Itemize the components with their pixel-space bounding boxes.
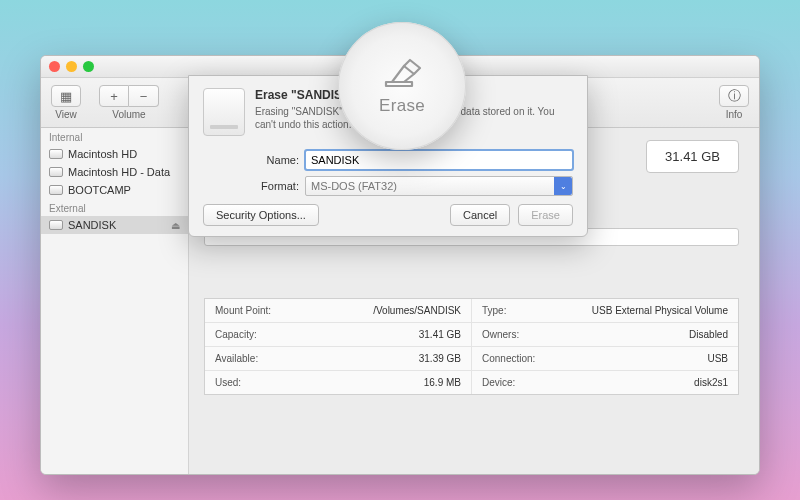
format-label: Format: (255, 180, 299, 192)
info-group: ⓘ Info (719, 85, 749, 120)
sidebar-item-macintosh-hd-data[interactable]: Macintosh HD - Data (41, 163, 188, 181)
table-row: Capacity:31.41 GBOwners:Disabled (205, 323, 738, 347)
callout-label: Erase (379, 96, 425, 116)
disk-icon (49, 185, 63, 195)
sidebar-item-label: SANDISK (68, 219, 116, 231)
sidebar-item-label: Macintosh HD (68, 148, 137, 160)
sidebar-item-macintosh-hd[interactable]: Macintosh HD (41, 145, 188, 163)
eject-icon[interactable]: ⏏ (171, 220, 180, 231)
info-label: Info (726, 109, 743, 120)
info-button[interactable]: ⓘ (719, 85, 749, 107)
table-row: Available:31.39 GBConnection:USB (205, 347, 738, 371)
zoom-icon[interactable] (83, 61, 94, 72)
table-row: Mount Point:/Volumes/SANDISKType:USB Ext… (205, 299, 738, 323)
security-options-button[interactable]: Security Options... (203, 204, 319, 226)
sidebar-item-bootcamp[interactable]: BOOTCAMP (41, 181, 188, 199)
sidebar-header-external: External (41, 199, 188, 216)
format-select[interactable]: MS-DOS (FAT32) ⌄ (305, 176, 573, 196)
erase-confirm-button[interactable]: Erase (518, 204, 573, 226)
volume-add-button[interactable]: + (99, 85, 129, 107)
sidebar-item-label: Macintosh HD - Data (68, 166, 170, 178)
volume-remove-button[interactable]: − (129, 85, 159, 107)
drive-icon (203, 88, 245, 136)
format-value: MS-DOS (FAT32) (311, 180, 397, 192)
disk-icon (49, 149, 63, 159)
erase-callout: Erase (338, 22, 466, 150)
sidebar-item-label: BOOTCAMP (68, 184, 131, 196)
sidebar-header-internal: Internal (41, 128, 188, 145)
view-label: View (55, 109, 77, 120)
sidebar-item-sandisk[interactable]: SANDISK⏏ (41, 216, 188, 234)
table-row: Used:16.9 MBDevice:disk2s1 (205, 371, 738, 394)
disk-icon (49, 220, 63, 230)
minimize-icon[interactable] (66, 61, 77, 72)
properties-table: Mount Point:/Volumes/SANDISKType:USB Ext… (204, 298, 739, 395)
sidebar: Internal Macintosh HD Macintosh HD - Dat… (41, 128, 189, 474)
volume-group: + − Volume (99, 85, 159, 120)
volume-label: Volume (112, 109, 145, 120)
view-button[interactable]: ▦ (51, 85, 81, 107)
erase-icon (382, 56, 422, 90)
name-input[interactable] (305, 150, 573, 170)
cancel-button[interactable]: Cancel (450, 204, 510, 226)
disk-icon (49, 167, 63, 177)
chevron-updown-icon: ⌄ (554, 177, 572, 195)
capacity-readout: 31.41 GB (646, 140, 739, 173)
close-icon[interactable] (49, 61, 60, 72)
view-group: ▦ View (51, 85, 81, 120)
name-label: Name: (255, 154, 299, 166)
